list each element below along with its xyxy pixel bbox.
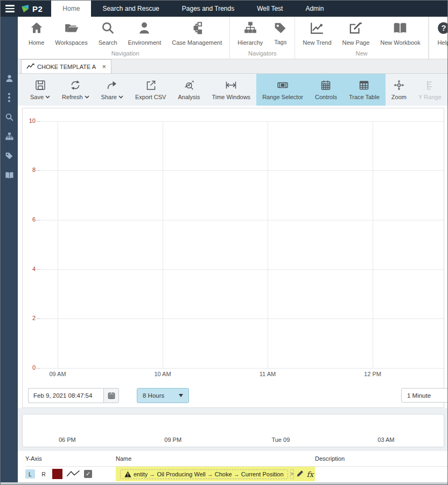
ribbon-new-workbook-button[interactable]: New Workbook bbox=[375, 19, 425, 47]
top-tab-pages-and-trends[interactable]: Pages and Trends bbox=[171, 1, 246, 17]
y-axis-tick: 4 bbox=[23, 266, 36, 272]
share-button[interactable]: Share bbox=[95, 74, 129, 106]
time-controls: 8 Hours bbox=[23, 387, 444, 404]
close-icon[interactable]: × bbox=[102, 63, 106, 70]
export-csv-button[interactable]: Export CSV bbox=[129, 74, 172, 106]
chevron-down-icon bbox=[45, 95, 50, 99]
book-icon[interactable] bbox=[4, 170, 15, 181]
hamburger-menu-icon[interactable] bbox=[1, 1, 19, 17]
top-navbar: P2 Home Search and Rescue Pages and Tren… bbox=[1, 1, 447, 17]
ribbon-caption-navigators: Navigators bbox=[232, 50, 292, 58]
range-selector-band: 06 PM 09 PM Tue 09 03 AM bbox=[18, 408, 447, 451]
hierarchy-icon bbox=[243, 21, 257, 37]
x-axis-tick: 12 PM bbox=[360, 371, 385, 377]
interval-input[interactable] bbox=[401, 388, 448, 403]
x-axis-tick: 10 AM bbox=[150, 371, 175, 377]
ribbon-caption-navigation: Navigation bbox=[23, 50, 227, 58]
window-bottom-edge bbox=[1, 482, 447, 484]
folder-icon bbox=[64, 21, 79, 37]
left-sidebar bbox=[1, 17, 18, 482]
app-window: P2 Home Search and Rescue Pages and Tren… bbox=[0, 0, 448, 485]
top-tab-search-and-rescue[interactable]: Search and Rescue bbox=[91, 1, 170, 17]
p2-logo: P2 bbox=[19, 1, 51, 17]
kebab-menu-icon[interactable] bbox=[4, 92, 15, 103]
top-tab-well-test[interactable]: Well Test bbox=[246, 1, 294, 17]
refresh-icon bbox=[69, 79, 81, 91]
share-icon bbox=[106, 79, 118, 91]
save-icon bbox=[34, 79, 46, 91]
ribbon-search-button[interactable]: Search bbox=[93, 19, 123, 47]
zoom-button[interactable]: Zoom bbox=[386, 74, 412, 106]
dropdown-arrow-icon bbox=[179, 394, 183, 397]
page-edit-icon bbox=[348, 21, 363, 37]
trend-toolbar: Save Refresh Share Export CSV Analysis bbox=[18, 74, 447, 106]
user-icon[interactable] bbox=[4, 73, 15, 84]
trace-table-header: Y-Axis Name Description bbox=[25, 451, 447, 467]
ribbon-group-navigators: Hierarchy Tags Navigators bbox=[230, 17, 295, 59]
remove-trace-button[interactable]: × bbox=[290, 469, 295, 479]
left-axis-toggle[interactable]: L bbox=[25, 469, 35, 479]
search-icon[interactable] bbox=[4, 112, 15, 122]
top-tabs: Home Search and Rescue Pages and Trends … bbox=[51, 1, 335, 17]
ribbon-tags-button[interactable]: Tags bbox=[268, 19, 292, 47]
ribbon-help-button[interactable]: ? Help bbox=[431, 19, 448, 47]
tag-icon bbox=[274, 21, 287, 37]
hierarchy-icon[interactable] bbox=[4, 131, 15, 142]
y-axis-tick: 6 bbox=[23, 216, 36, 223]
document-tabstrip: CHOKE TEMPLATE A × bbox=[18, 59, 447, 74]
tag-icon[interactable] bbox=[4, 150, 15, 161]
p2-logo-mark bbox=[21, 4, 31, 13]
ribbon-hierarchy-button[interactable]: Hierarchy bbox=[232, 19, 268, 47]
range-tick: Tue 09 bbox=[271, 436, 290, 443]
duration-dropdown[interactable]: 8 Hours bbox=[137, 388, 189, 403]
zoom-pan-icon bbox=[393, 79, 405, 91]
time-windows-button[interactable]: Time Windows bbox=[206, 74, 256, 106]
duration-value: 8 Hours bbox=[143, 392, 164, 399]
trace-color-swatch[interactable] bbox=[52, 469, 62, 479]
save-button[interactable]: Save bbox=[24, 74, 56, 106]
edit-pencil-icon[interactable] bbox=[296, 469, 304, 479]
y-axis-tick: 10 bbox=[23, 117, 36, 124]
range-selector-button[interactable]: Range Selector bbox=[256, 74, 309, 106]
refresh-button[interactable]: Refresh bbox=[56, 74, 95, 106]
y-axis-tick: 8 bbox=[23, 167, 36, 173]
trend-chart-icon bbox=[26, 63, 34, 70]
ribbon-case-management-button[interactable]: Case Management bbox=[166, 19, 227, 47]
ribbon-new-trend-button[interactable]: New Trend bbox=[297, 19, 337, 47]
document-tab-choke-template-a[interactable]: CHOKE TEMPLATE A × bbox=[21, 59, 111, 73]
help-icon: ? bbox=[437, 21, 448, 37]
ribbon-workspaces-button[interactable]: Workspaces bbox=[50, 19, 93, 47]
range-selector-strip[interactable]: 06 PM 09 PM Tue 09 03 AM bbox=[22, 414, 444, 447]
range-tick: 03 AM bbox=[377, 436, 394, 443]
time-windows-icon bbox=[225, 79, 237, 91]
chart-plot-area[interactable]: 10 8 6 4 2 0 09 AM 10 AM 11 AM 12 PM bbox=[23, 108, 444, 380]
document-tab-title: CHOKE TEMPLATE A bbox=[37, 64, 96, 70]
range-tick: 06 PM bbox=[59, 436, 76, 443]
ribbon-new-page-button[interactable]: New Page bbox=[337, 19, 375, 47]
svg-text:?: ? bbox=[441, 24, 446, 32]
trace-table-button[interactable]: Trace Table bbox=[343, 74, 386, 106]
ribbon-home-button[interactable]: Home bbox=[23, 19, 50, 47]
line-style-icon[interactable] bbox=[66, 469, 80, 479]
warning-icon bbox=[124, 471, 131, 477]
calendar-icon bbox=[108, 392, 115, 399]
range-selector-icon bbox=[276, 79, 289, 91]
trace-description-cell bbox=[315, 467, 447, 481]
analysis-button[interactable]: Analysis bbox=[172, 74, 206, 106]
trend-icon bbox=[310, 21, 325, 37]
visibility-checkbox[interactable]: ✓ bbox=[84, 470, 92, 478]
book-icon bbox=[393, 21, 408, 37]
table-icon bbox=[358, 79, 370, 91]
ribbon-caption-new: New bbox=[297, 50, 425, 58]
top-tab-admin[interactable]: Admin bbox=[294, 1, 335, 17]
brand-name: P2 bbox=[32, 4, 43, 13]
y-range-button[interactable]: Y Range bbox=[412, 74, 447, 106]
controls-button[interactable]: Controls bbox=[309, 74, 343, 106]
calendar-button[interactable] bbox=[103, 388, 119, 403]
start-time-input[interactable] bbox=[28, 388, 103, 403]
top-tab-home[interactable]: Home bbox=[51, 1, 91, 17]
trace-tag-chip[interactable]: entity → Oil Producing Well → Choke → Cu… bbox=[120, 469, 288, 479]
right-axis-toggle[interactable]: R bbox=[39, 469, 48, 479]
ribbon-environment-button[interactable]: Environment bbox=[123, 19, 167, 47]
trend-chart[interactable]: 10 8 6 4 2 0 09 AM 10 AM 11 AM 12 PM bbox=[22, 108, 444, 408]
